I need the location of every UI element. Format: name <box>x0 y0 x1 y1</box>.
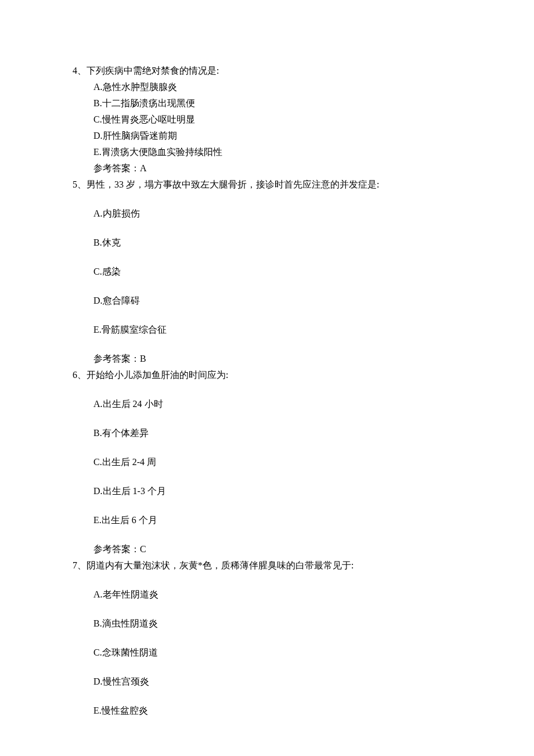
question-text: 开始给小儿添加鱼肝油的时间应为: <box>86 370 228 380</box>
option-b: B.滴虫性阴道炎 <box>93 617 461 631</box>
question-stem: 7、阴道内有大量泡沫状，灰黄*色，质稀薄伴腥臭味的白带最常见于: <box>73 559 461 573</box>
question-7: 7、阴道内有大量泡沫状，灰黄*色，质稀薄伴腥臭味的白带最常见于: A.老年性阴道… <box>73 559 461 718</box>
option-e: E.胃溃疡大便隐血实验持续阳性 <box>93 145 461 159</box>
answer: 参考答案：B <box>93 352 461 366</box>
question-number: 4、 <box>73 66 86 75</box>
answer: 参考答案：A <box>93 161 461 175</box>
option-b: B.有个体差异 <box>93 426 461 440</box>
option-b: B.休克 <box>93 236 461 250</box>
options-list: A.内脏损伤 B.休克 C.感染 D.愈合障碍 E.骨筋膜室综合征 <box>93 207 461 337</box>
option-c: C.念珠菌性阴道 <box>93 646 461 660</box>
option-d: D.慢性宫颈炎 <box>93 675 461 689</box>
options-list: A.急性水肿型胰腺炎 B.十二指肠溃疡出现黑便 C.慢性胃炎恶心呕吐明显 D.肝… <box>93 80 461 159</box>
question-stem: 5、男性，33 岁，塌方事故中致左大腿骨折，接诊时首先应注意的并发症是: <box>73 178 461 192</box>
options-list: A.出生后 24 小时 B.有个体差异 C.出生后 2-4 周 D.出生后 1-… <box>93 397 461 527</box>
question-text: 男性，33 岁，塌方事故中致左大腿骨折，接诊时首先应注意的并发症是: <box>86 179 379 189</box>
option-c: C.感染 <box>93 265 461 279</box>
option-e: E.骨筋膜室综合征 <box>93 323 461 337</box>
question-stem: 6、开始给小儿添加鱼肝油的时间应为: <box>73 368 461 382</box>
options-list: A.老年性阴道炎 B.滴虫性阴道炎 C.念珠菌性阴道 D.慢性宫颈炎 E.慢性盆… <box>93 588 461 718</box>
question-6: 6、开始给小儿添加鱼肝油的时间应为: A.出生后 24 小时 B.有个体差异 C… <box>73 368 461 556</box>
option-b: B.十二指肠溃疡出现黑便 <box>93 96 461 110</box>
question-5: 5、男性，33 岁，塌方事故中致左大腿骨折，接诊时首先应注意的并发症是: A.内… <box>73 178 461 366</box>
option-a: A.老年性阴道炎 <box>93 588 461 602</box>
answer: 参考答案：C <box>93 542 461 556</box>
option-e: E.慢性盆腔炎 <box>93 704 461 718</box>
question-text: 下列疾病中需绝对禁食的情况是: <box>86 66 219 75</box>
option-e: E.出生后 6 个月 <box>93 513 461 527</box>
option-c: C.慢性胃炎恶心呕吐明显 <box>93 113 461 127</box>
question-4: 4、下列疾病中需绝对禁食的情况是: A.急性水肿型胰腺炎 B.十二指肠溃疡出现黑… <box>73 64 461 175</box>
question-stem: 4、下列疾病中需绝对禁食的情况是: <box>73 64 461 78</box>
question-number: 5、 <box>73 179 86 189</box>
question-text: 阴道内有大量泡沫状，灰黄*色，质稀薄伴腥臭味的白带最常见于: <box>86 560 353 570</box>
option-d: D.肝性脑病昏迷前期 <box>93 129 461 143</box>
option-d: D.愈合障碍 <box>93 294 461 308</box>
option-a: A.出生后 24 小时 <box>93 397 461 411</box>
option-a: A.急性水肿型胰腺炎 <box>93 80 461 94</box>
question-number: 7、 <box>73 560 86 570</box>
option-d: D.出生后 1-3 个月 <box>93 484 461 498</box>
option-a: A.内脏损伤 <box>93 207 461 221</box>
question-number: 6、 <box>73 370 86 380</box>
option-c: C.出生后 2-4 周 <box>93 455 461 469</box>
